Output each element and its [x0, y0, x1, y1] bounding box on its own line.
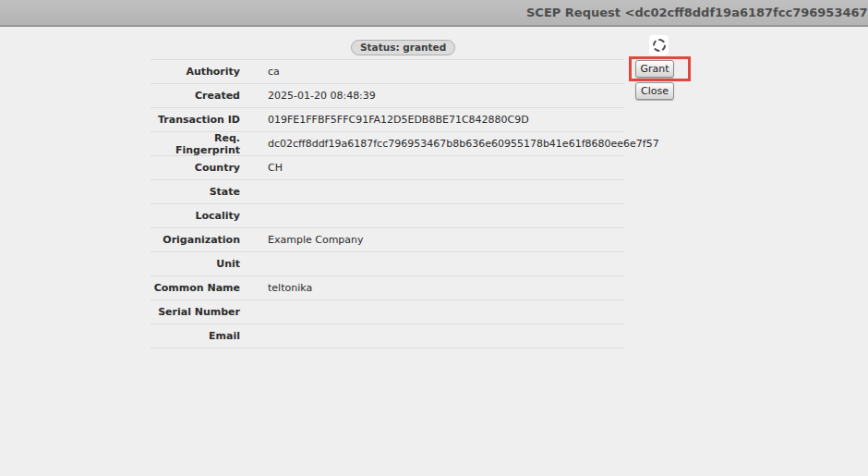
field-value: 019FE1FFBF5FFC91FA12D5EDB8BE71C842880C9D [268, 114, 529, 126]
field-label: Req. Fingerprint [151, 132, 240, 156]
field-label: Transaction ID [151, 114, 240, 126]
table-row: Serial Number [151, 299, 624, 323]
header-bar: SCEP Request <dc02cff8ddf19a6187fcc79695… [0, 0, 868, 27]
table-row: Authority ca [151, 59, 624, 83]
table-row: Origanization Example Company [151, 227, 624, 251]
table-row: Unit [151, 251, 624, 275]
field-value: ca [268, 66, 280, 78]
refresh-button[interactable] [649, 35, 669, 55]
field-value: dc02cff8ddf19a6187fcc796953467b8b636e609… [268, 138, 659, 150]
field-label: Serial Number [151, 306, 240, 318]
field-label: Created [151, 90, 240, 102]
table-row: Country CH [151, 155, 624, 179]
field-label: Email [151, 330, 240, 342]
close-button[interactable]: Close [635, 82, 674, 100]
field-label: Authority [151, 66, 240, 78]
table-row: Transaction ID 019FE1FFBF5FFC91FA12D5EDB… [151, 107, 624, 131]
table-row: Email [151, 323, 624, 348]
table-row: Common Name teltonika [151, 275, 624, 299]
field-value: 2025-01-20 08:48:39 [268, 90, 376, 102]
table-row: State [151, 179, 624, 203]
field-label: Origanization [151, 234, 240, 246]
field-label: Common Name [151, 282, 240, 294]
page-title: SCEP Request <dc02cff8ddf19a6187fcc79695… [526, 0, 868, 25]
field-value: Example Company [268, 234, 364, 246]
grant-button[interactable]: Grant [635, 60, 674, 78]
segmented-circle-spinner-icon [653, 39, 666, 52]
table-row: Locality [151, 203, 624, 227]
field-value: CH [268, 162, 283, 174]
field-value: teltonika [268, 282, 312, 294]
table-row: Req. Fingerprint dc02cff8ddf19a6187fcc79… [151, 131, 624, 155]
details-table: Authority ca Created 2025-01-20 08:48:39… [151, 59, 624, 348]
status-badge: Status: granted [351, 40, 455, 55]
table-row: Created 2025-01-20 08:48:39 [151, 83, 624, 107]
field-label: Country [151, 162, 240, 174]
field-label: Unit [151, 258, 240, 270]
field-label: State [151, 186, 240, 198]
field-label: Locality [151, 210, 240, 222]
